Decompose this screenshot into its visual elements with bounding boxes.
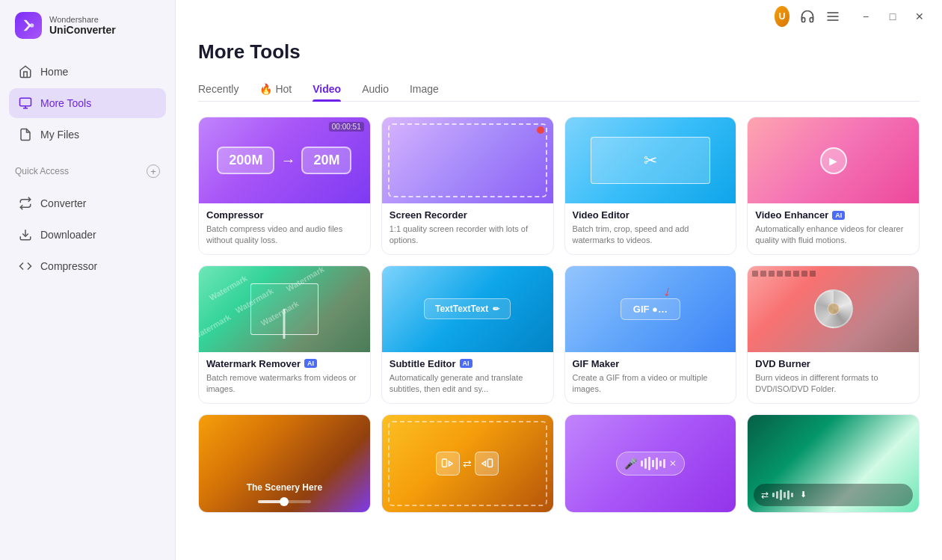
tool-card-video-convert[interactable]: ⇄ bbox=[381, 414, 554, 513]
sidebar-item-downloader[interactable]: Downloader bbox=[9, 220, 166, 250]
page-title: More Tools bbox=[198, 40, 920, 64]
scissors-icon: ✂ bbox=[644, 151, 657, 170]
home-icon bbox=[18, 64, 33, 79]
titlebar-icons: U bbox=[775, 9, 840, 24]
compressor-preview: 00:00:51 200M → 20M bbox=[199, 117, 370, 203]
headphones-icon[interactable] bbox=[800, 9, 815, 24]
scenery-preview: The Scenery Here bbox=[199, 415, 370, 512]
ai-badge-enhancer: AI bbox=[832, 211, 845, 220]
compressor-tool-desc: Batch compress video and audio files wit… bbox=[206, 224, 363, 247]
compress-size-to: 20M bbox=[313, 153, 339, 168]
screen-recorder-preview bbox=[382, 117, 553, 203]
tool-card-gif-maker[interactable]: GIF ●… ↓ GIF Maker Create a GIF from a v… bbox=[564, 265, 737, 404]
logo-area: Wondershare UniConverter bbox=[0, 0, 175, 51]
sidebar: Wondershare UniConverter Home More T bbox=[0, 0, 176, 560]
play-icon: ⇄ bbox=[761, 490, 769, 500]
files-icon bbox=[18, 127, 33, 142]
tool-card-video-editor[interactable]: ✂ Video Editor Batch trim, crop, speed a… bbox=[564, 117, 737, 255]
gif-maker-preview: GIF ●… ↓ bbox=[565, 266, 736, 352]
tool-card-scenery[interactable]: The Scenery Here bbox=[198, 414, 371, 513]
sub-nav-list: Converter Downloader Compressor bbox=[0, 182, 175, 287]
converter-icon bbox=[18, 196, 33, 211]
gif-label: GIF ●… bbox=[633, 304, 668, 315]
waveform-bars bbox=[641, 456, 665, 471]
video-editor-tool-desc: Batch trim, crop, speed and add watermar… bbox=[573, 224, 729, 247]
gif-maker-tool-name: GIF Maker bbox=[573, 358, 620, 369]
play-bar: ⇄ ⬇ bbox=[754, 484, 913, 506]
tool-card-screen-recorder[interactable]: Screen Recorder 1:1 quality screen recor… bbox=[381, 117, 554, 255]
tool-card-audio-edit[interactable]: 🎤 ✕ bbox=[564, 414, 737, 513]
audio-close-icon: ✕ bbox=[669, 458, 677, 469]
watermark-remover-tool-desc: Batch remove watermarks from videos or i… bbox=[206, 372, 363, 396]
tabs-bar: Recently 🔥 Hot Video Audio Image bbox=[198, 77, 920, 102]
sidebar-item-my-files[interactable]: My Files bbox=[9, 120, 166, 150]
sidebar-label-downloader: Downloader bbox=[40, 229, 96, 241]
tab-video[interactable]: Video bbox=[313, 77, 341, 101]
app-logo-icon bbox=[15, 12, 42, 39]
compress-arrow-icon: → bbox=[280, 152, 295, 169]
dvd-burner-tool-desc: Burn videos in different formats to DVD/… bbox=[755, 372, 911, 396]
nav-list: Home More Tools My Files bbox=[0, 51, 175, 156]
scenery-progress-bar bbox=[258, 500, 311, 503]
tool-card-video-enhancer[interactable]: ▶ Video Enhancer AI Automatically enhanc… bbox=[747, 117, 920, 255]
downloader-icon bbox=[18, 227, 33, 242]
rec-border bbox=[388, 123, 547, 197]
ai-badge-watermark: AI bbox=[304, 359, 317, 368]
tool-card-person-video[interactable]: ⇄ ⬇ bbox=[747, 414, 920, 513]
sidebar-item-more-tools[interactable]: More Tools bbox=[9, 88, 166, 118]
audio-edit-preview: 🎤 ✕ bbox=[565, 415, 736, 512]
video-convert-preview: ⇄ bbox=[382, 415, 553, 512]
quick-access-label: Quick Access bbox=[15, 166, 69, 176]
sidebar-item-converter[interactable]: Converter bbox=[9, 188, 166, 218]
subtitle-preview-text: TextTextText bbox=[435, 304, 488, 314]
sidebar-item-home[interactable]: Home bbox=[9, 57, 166, 87]
tab-audio[interactable]: Audio bbox=[362, 77, 389, 101]
mic-icon: 🎤 bbox=[624, 458, 637, 470]
edit-icon: ✏ bbox=[493, 304, 499, 314]
tools-grid: 00:00:51 200M → 20M Compressor bbox=[198, 117, 920, 513]
subtitle-editor-preview: TextTextText ✏ bbox=[382, 266, 553, 352]
user-avatar-button[interactable]: U bbox=[775, 9, 789, 24]
compressor-icon bbox=[18, 259, 33, 274]
selection-box bbox=[250, 283, 319, 335]
tool-card-compressor[interactable]: 00:00:51 200M → 20M Compressor bbox=[198, 117, 371, 255]
tools-icon bbox=[18, 96, 33, 111]
rec-dot-icon bbox=[537, 126, 544, 134]
window-controls: − □ ✕ bbox=[855, 6, 930, 27]
minimize-button[interactable]: − bbox=[855, 6, 876, 27]
quick-access-section: Quick Access + bbox=[0, 156, 175, 182]
sidebar-label-home: Home bbox=[40, 66, 68, 78]
screen-recorder-tool-desc: 1:1 quality screen recorder with lots of… bbox=[390, 224, 546, 247]
tool-card-watermark-remover[interactable]: Watermark Watermark Watermark Watermark … bbox=[198, 265, 371, 404]
close-button[interactable]: ✕ bbox=[909, 6, 930, 27]
ai-badge-subtitle: AI bbox=[460, 359, 472, 368]
titlebar: U − □ ✕ bbox=[176, 0, 942, 33]
compress-timestamp: 00:00:51 bbox=[329, 122, 364, 132]
fire-emoji: 🔥 bbox=[259, 83, 272, 95]
subtitle-editor-tool-name: Subtitle Editor bbox=[390, 358, 456, 369]
tab-hot[interactable]: 🔥 Hot bbox=[259, 77, 292, 101]
tab-image[interactable]: Image bbox=[410, 77, 439, 101]
screen-recorder-tool-name: Screen Recorder bbox=[390, 209, 467, 221]
compressor-tool-name: Compressor bbox=[206, 209, 264, 221]
compress-size-from: 200M bbox=[229, 153, 262, 168]
menu-icon[interactable] bbox=[825, 9, 840, 24]
tab-recently[interactable]: Recently bbox=[198, 77, 238, 101]
product-name: UniConverter bbox=[49, 24, 116, 36]
main-content: U − □ ✕ More Tools bbox=[176, 0, 942, 560]
filmstrip-strip bbox=[748, 266, 919, 281]
tool-card-subtitle-editor[interactable]: TextTextText ✏ Subtitle Editor AI Automa… bbox=[381, 265, 554, 404]
tool-card-dvd-burner[interactable]: DVD Burner Burn videos in different form… bbox=[747, 265, 920, 404]
quick-access-add-button[interactable]: + bbox=[147, 164, 160, 178]
svg-point-0 bbox=[30, 23, 34, 28]
play-circle-icon: ▶ bbox=[820, 147, 847, 174]
sidebar-label-converter: Converter bbox=[40, 197, 86, 209]
download-icon: ⬇ bbox=[800, 490, 807, 499]
sidebar-item-compressor[interactable]: Compressor bbox=[9, 251, 166, 281]
maximize-button[interactable]: □ bbox=[882, 6, 903, 27]
person-video-preview: ⇄ ⬇ bbox=[748, 415, 919, 512]
sidebar-label-my-files: My Files bbox=[40, 129, 79, 141]
video-editor-tool-name: Video Editor bbox=[573, 209, 629, 221]
video-enhancer-tool-name: Video Enhancer bbox=[755, 209, 828, 221]
video-enhancer-tool-desc: Automatically enhance videos for clearer… bbox=[755, 224, 911, 247]
